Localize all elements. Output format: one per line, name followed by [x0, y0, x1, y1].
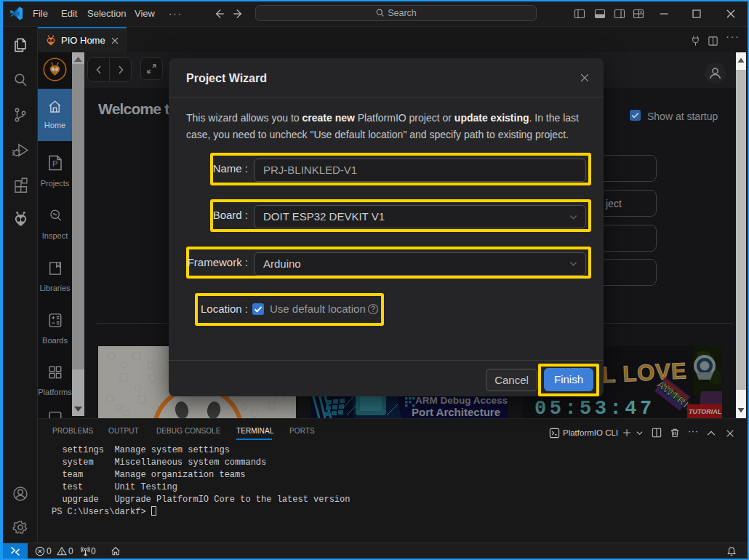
svg-text:P: P	[52, 159, 57, 168]
